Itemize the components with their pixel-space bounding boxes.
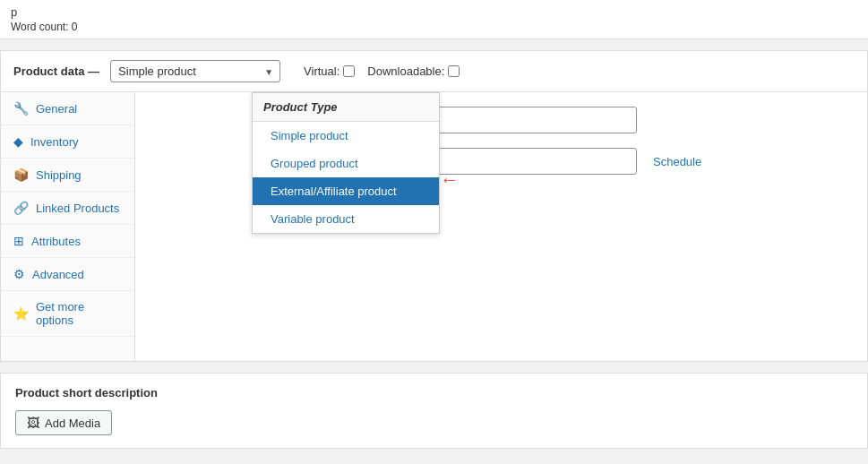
wrench-icon: 🔧 <box>13 101 29 116</box>
inventory-icon: ◆ <box>13 134 23 149</box>
add-media-label: Add Media <box>45 417 100 430</box>
product-data-label: Product data — <box>13 64 99 78</box>
word-count-value: 0 <box>72 21 78 33</box>
add-media-icon: 🖼 <box>27 416 39 430</box>
dropdown-header: Product Type <box>253 93 439 122</box>
sidebar-item-label-shipping: Shipping <box>36 168 82 182</box>
short-description-label: Product short description <box>15 386 853 400</box>
sidebar-item-label-attributes: Attributes <box>31 235 81 248</box>
virtual-text: Virtual: <box>304 64 339 78</box>
downloadable-text: Downloadable: <box>367 64 444 78</box>
sidebar-item-linked-products[interactable]: 🔗 Linked Products <box>1 192 134 225</box>
attributes-icon: ⊞ <box>13 234 24 248</box>
dropdown-item-simple[interactable]: Simple product <box>253 122 439 150</box>
downloadable-checkbox[interactable] <box>448 65 460 77</box>
sidebar-item-label-linked: Linked Products <box>36 202 119 215</box>
virtual-checkbox[interactable] <box>343 65 355 77</box>
product-data-wrapper: Product data — Simple product Grouped pr… <box>0 50 868 362</box>
word-count: Word count: 0 <box>11 21 857 33</box>
dropdown-item-label-external: External/Affiliate product <box>271 185 397 198</box>
main-content: Schedule Product Type Simple product Gro… <box>135 92 867 361</box>
dropdown-item-label-grouped: Grouped product <box>271 157 358 170</box>
sidebar-item-label-inventory: Inventory <box>30 135 78 149</box>
gear-icon: ⚙ <box>13 267 25 281</box>
sidebar-item-advanced[interactable]: ⚙ Advanced <box>1 258 134 291</box>
shipping-icon: 📦 <box>13 168 29 182</box>
word-count-label: Word count: <box>11 21 68 33</box>
downloadable-label[interactable]: Downloadable: <box>367 64 460 78</box>
top-bar: p Word count: 0 <box>0 0 868 39</box>
schedule-link[interactable]: Schedule <box>653 155 701 168</box>
product-data-section: Product data — Simple product Grouped pr… <box>0 50 868 362</box>
link-icon: 🔗 <box>13 201 29 215</box>
virtual-downloadable-group: Virtual: Downloadable: <box>304 64 460 78</box>
product-type-select[interactable]: Simple product Grouped product External/… <box>110 60 280 82</box>
sidebar-item-more-options[interactable]: ⭐ Get more options <box>1 291 134 337</box>
page-title: p <box>11 5 857 19</box>
add-media-button[interactable]: 🖼 Add Media <box>15 410 112 435</box>
sidebar-item-shipping[interactable]: 📦 Shipping <box>1 159 134 192</box>
product-type-dropdown: Product Type Simple product Grouped prod… <box>252 92 440 234</box>
virtual-label[interactable]: Virtual: <box>304 64 355 78</box>
dropdown-item-variable[interactable]: Variable product <box>253 205 439 233</box>
sidebar-item-label-advanced: Advanced <box>32 268 84 281</box>
product-data-header: Product data — Simple product Grouped pr… <box>1 51 867 92</box>
arrow-indicator: ← <box>440 168 460 192</box>
star-icon: ⭐ <box>13 306 29 321</box>
dropdown-item-external[interactable]: External/Affiliate product <box>253 177 439 205</box>
sidebar-item-inventory[interactable]: ◆ Inventory <box>1 125 134 159</box>
sidebar-item-attributes[interactable]: ⊞ Attributes <box>1 225 134 258</box>
dropdown-item-grouped[interactable]: Grouped product <box>253 150 439 177</box>
dropdown-item-label-simple: Simple product <box>271 129 348 142</box>
dropdown-item-label-variable: Variable product <box>271 212 355 226</box>
sidebar-item-general[interactable]: 🔧 General <box>1 92 134 125</box>
sidebar-nav: 🔧 General ◆ Inventory 📦 Shipping 🔗 Linke… <box>1 92 135 361</box>
product-type-select-wrapper[interactable]: Simple product Grouped product External/… <box>110 60 280 82</box>
sidebar-item-label-more: Get more options <box>36 300 122 327</box>
product-data-body: 🔧 General ◆ Inventory 📦 Shipping 🔗 Linke… <box>1 92 867 361</box>
sidebar-item-label-general: General <box>36 102 77 116</box>
product-short-description-section: Product short description 🖼 Add Media <box>0 373 868 449</box>
